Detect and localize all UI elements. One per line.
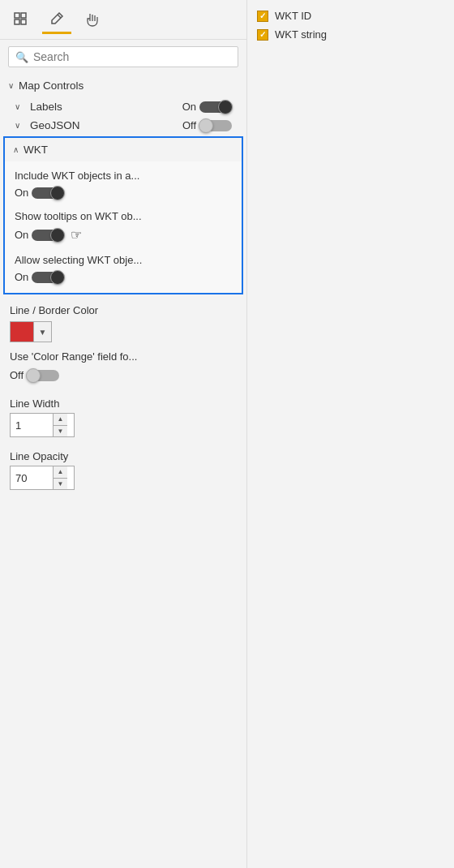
color-range-label: Use 'Color Range' field fo...: [10, 350, 237, 363]
right-panel: ✓ WKT ID ✓ WKT string: [247, 0, 454, 868]
wkt-id-item: ✓ WKT ID: [257, 6, 444, 25]
line-width-input[interactable]: [11, 417, 53, 434]
show-tooltips-state-text: On: [15, 229, 28, 241]
include-wkt-track[interactable]: [32, 187, 64, 199]
wkt-id-checkmark-icon: ✓: [259, 11, 266, 20]
color-dropdown-arrow-icon[interactable]: ▼: [33, 322, 51, 342]
svg-rect-2: [15, 19, 19, 24]
include-wkt-toggle[interactable]: On: [15, 187, 64, 199]
svg-rect-0: [15, 13, 19, 18]
geojson-toggle-state-text: Off: [182, 119, 196, 131]
line-width-section: Line Width ▲ ▼: [0, 391, 246, 444]
wkt-id-checkbox[interactable]: ✓: [257, 11, 268, 22]
allow-selecting-track[interactable]: [32, 272, 64, 283]
allow-selecting-state-text: On: [15, 271, 28, 283]
geojson-toggle-thumb: [199, 118, 213, 133]
color-label: Line / Border Color: [10, 304, 237, 316]
hand-icon-button[interactable]: [78, 5, 107, 34]
allow-selecting-toggle-row: On: [15, 269, 232, 285]
labels-toggle-state-text: On: [182, 101, 196, 113]
map-controls-section[interactable]: ∨ Map Controls: [0, 74, 246, 97]
wkt-header[interactable]: ∧ WKT: [5, 138, 242, 161]
geojson-row: ∨ GeoJSON Off: [0, 116, 246, 135]
map-controls-label: Map Controls: [19, 79, 84, 92]
line-opacity-input-wrapper: ▲ ▼: [10, 466, 75, 490]
wkt-string-checkbox[interactable]: ✓: [257, 29, 268, 41]
search-bar[interactable]: 🔍: [8, 46, 238, 67]
line-opacity-section: Line Opacity ▲ ▼: [0, 444, 246, 496]
line-opacity-label: Line Opacity: [10, 450, 237, 462]
svg-line-4: [58, 15, 61, 18]
include-wkt-thumb: [50, 186, 65, 200]
labels-chevron-icon: ∨: [15, 102, 20, 111]
grid-icon-button[interactable]: [6, 5, 36, 34]
hand-icon: [84, 11, 101, 28]
show-tooltips-thumb: [50, 228, 65, 243]
labels-label: Labels: [30, 101, 174, 113]
color-range-toggle[interactable]: Off: [10, 369, 59, 381]
geojson-toggle-track[interactable]: [199, 120, 232, 131]
show-tooltips-toggle[interactable]: On: [15, 229, 64, 241]
labels-toggle-track[interactable]: [199, 101, 232, 113]
include-wkt-state-text: On: [15, 187, 28, 199]
show-tooltips-toggle-row: On ☞: [15, 226, 232, 244]
color-range-toggle-row: Off: [10, 367, 237, 383]
line-opacity-down-button[interactable]: ▼: [54, 479, 67, 490]
color-swatch: [11, 322, 33, 342]
svg-rect-3: [21, 19, 26, 24]
color-range-thumb: [26, 368, 41, 383]
geojson-toggle[interactable]: Off: [182, 119, 232, 131]
svg-rect-1: [21, 13, 26, 18]
wkt-label: WKT: [24, 144, 48, 156]
color-picker-button[interactable]: ▼: [10, 321, 52, 342]
show-tooltips-track[interactable]: [32, 230, 64, 241]
line-width-spinner: ▲ ▼: [53, 414, 67, 436]
allow-selecting-label: Allow selecting WKT obje...: [15, 254, 232, 266]
brush-icon: [48, 10, 66, 28]
line-width-label: Line Width: [10, 397, 237, 410]
allow-selecting-toggle[interactable]: On: [15, 271, 64, 283]
include-wkt-item: Include WKT objects in a... On: [5, 165, 242, 205]
wkt-string-label: WKT string: [275, 28, 327, 41]
labels-row: ∨ Labels On: [0, 97, 246, 116]
wkt-id-label: WKT ID: [275, 10, 311, 22]
line-width-up-button[interactable]: ▲: [54, 414, 67, 426]
allow-selecting-thumb: [50, 270, 65, 285]
color-range-section: Use 'Color Range' field fo... Off: [0, 350, 246, 391]
include-wkt-toggle-row: On: [15, 185, 232, 200]
wkt-section: ∧ WKT Include WKT objects in a... On S: [3, 136, 243, 294]
line-width-down-button[interactable]: ▼: [54, 426, 67, 437]
line-opacity-input[interactable]: [11, 470, 53, 487]
color-section: Line / Border Color ▼: [0, 296, 246, 350]
show-tooltips-item: Show tooltips on WKT ob... On ☞: [5, 205, 242, 249]
chevron-down-icon: ∨: [8, 81, 14, 90]
line-opacity-spinner: ▲ ▼: [53, 466, 67, 489]
labels-toggle[interactable]: On: [182, 101, 232, 113]
color-range-track[interactable]: [27, 370, 59, 381]
geojson-label: GeoJSON: [30, 119, 174, 131]
include-wkt-label: Include WKT objects in a...: [15, 170, 232, 182]
line-opacity-up-button[interactable]: ▲: [54, 466, 67, 479]
search-icon: 🔍: [15, 51, 28, 63]
wkt-string-item: ✓ WKT string: [257, 25, 444, 44]
cursor-hand-icon: ☞: [71, 227, 82, 243]
wkt-chevron-up-icon: ∧: [13, 145, 19, 154]
line-width-input-wrapper: ▲ ▼: [10, 413, 75, 437]
wkt-content: Include WKT objects in a... On Show tool…: [5, 161, 242, 293]
wkt-string-checkmark-icon: ✓: [259, 30, 266, 39]
labels-toggle-thumb: [218, 100, 233, 114]
top-icons-bar: [0, 0, 246, 40]
allow-selecting-item: Allow selecting WKT obje... On: [5, 249, 242, 290]
color-range-state-text: Off: [10, 369, 24, 381]
show-tooltips-label: Show tooltips on WKT ob...: [15, 210, 232, 222]
search-input[interactable]: [33, 50, 231, 63]
brush-icon-button[interactable]: [42, 5, 71, 34]
geojson-chevron-icon: ∨: [15, 121, 20, 130]
grid-icon: [13, 11, 29, 28]
